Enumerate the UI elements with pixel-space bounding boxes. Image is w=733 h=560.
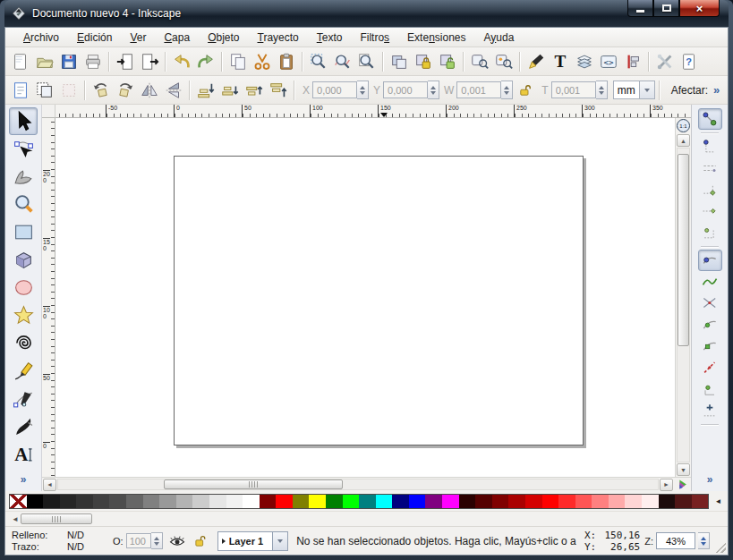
redo-button[interactable]: [193, 49, 217, 73]
layers-dialog-button[interactable]: [572, 49, 596, 73]
color-swatch[interactable]: [209, 495, 226, 508]
rotate-cw-button[interactable]: [113, 78, 137, 102]
color-managed-display-icon[interactable]: [673, 478, 691, 492]
palette-scroll-left-button[interactable]: ◄: [712, 495, 724, 507]
save-document-button[interactable]: [56, 49, 81, 73]
zoom-spinner[interactable]: [698, 532, 710, 549]
menu-item-texto[interactable]: Texto: [308, 30, 352, 46]
color-swatch[interactable]: [625, 495, 642, 508]
x-spinner[interactable]: [357, 81, 369, 99]
color-swatch[interactable]: [508, 495, 525, 508]
color-swatch[interactable]: [243, 495, 260, 508]
create-clone-button[interactable]: [411, 49, 435, 73]
menu-item-edicion[interactable]: Edición: [68, 30, 121, 46]
color-swatch[interactable]: [43, 495, 60, 508]
snap-bbox-corners-button[interactable]: [698, 179, 722, 200]
unlink-clone-button[interactable]: [435, 49, 459, 73]
window-resize-grip[interactable]: [714, 541, 726, 553]
menu-item-ver[interactable]: Ver: [121, 30, 155, 46]
text-tool-button[interactable]: A: [9, 440, 38, 468]
snap-enable-button[interactable]: [698, 108, 722, 130]
color-swatch[interactable]: [542, 495, 559, 508]
menu-item-extensiones[interactable]: Extensiones: [398, 30, 474, 46]
layer-lock-button[interactable]: [192, 531, 211, 551]
bezier-tool-button[interactable]: [9, 385, 38, 412]
vertical-scroll-track[interactable]: [677, 148, 690, 462]
color-swatch[interactable]: [126, 495, 143, 508]
close-button[interactable]: ×: [679, 0, 720, 17]
select-all-button[interactable]: [8, 78, 32, 102]
flip-horizontal-button[interactable]: [137, 78, 161, 102]
align-distribute-button[interactable]: [620, 49, 644, 73]
color-swatch[interactable]: [226, 495, 243, 508]
color-swatch[interactable]: [60, 495, 77, 508]
color-swatch[interactable]: [159, 495, 176, 508]
color-swatch[interactable]: [309, 495, 326, 508]
color-swatch[interactable]: [143, 495, 160, 508]
lock-ratio-button[interactable]: [513, 78, 537, 102]
snap-smooth-nodes-button[interactable]: [698, 335, 722, 357]
y-spinner[interactable]: [428, 81, 439, 99]
toolbar-overflow-button[interactable]: »: [713, 83, 720, 97]
opacity-input[interactable]: [126, 533, 151, 548]
raise-button[interactable]: [242, 78, 266, 102]
horizontal-ruler[interactable]: -50050100150200250300350: [55, 105, 691, 118]
snap-paths-button[interactable]: [698, 271, 722, 293]
node-editor-tool-button[interactable]: [9, 135, 38, 163]
unit-select[interactable]: mm: [613, 81, 655, 99]
new-document-button[interactable]: [8, 49, 32, 73]
snap-bbox-edges-button[interactable]: [698, 157, 722, 179]
color-swatch[interactable]: [27, 495, 44, 508]
menu-item-trayecto[interactable]: Trayecto: [249, 30, 308, 46]
color-swatch[interactable]: [659, 495, 676, 508]
color-swatch[interactable]: [425, 495, 442, 508]
color-swatch[interactable]: [575, 495, 592, 508]
find-objects-button[interactable]: [491, 49, 516, 73]
scroll-right-button[interactable]: ►: [660, 479, 673, 491]
horizontal-scrollbar[interactable]: ◄ ►: [43, 479, 673, 491]
import-button[interactable]: [113, 49, 137, 73]
text-dialog-button[interactable]: T: [548, 49, 572, 73]
color-swatch[interactable]: [442, 495, 459, 508]
deselect-button[interactable]: [56, 78, 81, 102]
snap-midpoints-button[interactable]: [698, 357, 722, 378]
preferences-button[interactable]: [652, 49, 677, 73]
x-input[interactable]: [312, 81, 357, 98]
color-swatch[interactable]: [459, 495, 476, 508]
layer-selector[interactable]: Layer 1: [217, 531, 289, 551]
canvas[interactable]: [55, 118, 675, 477]
copy-button[interactable]: [226, 49, 250, 73]
snap-nodes-button[interactable]: [698, 250, 722, 271]
fill-stroke-dialog-button[interactable]: [524, 49, 548, 73]
maximize-button[interactable]: [653, 0, 679, 17]
duplicate-button[interactable]: [387, 49, 411, 73]
flip-vertical-button[interactable]: [161, 78, 185, 102]
zoom-drawing-button[interactable]: [330, 49, 354, 73]
layer-dropdown-button[interactable]: [272, 532, 287, 550]
scroll-down-button[interactable]: ▼: [677, 463, 690, 476]
color-swatch[interactable]: [592, 495, 609, 508]
width-spinner[interactable]: [501, 81, 513, 99]
tweak-tool-button[interactable]: [9, 163, 38, 191]
calligraphy-tool-button[interactable]: [9, 412, 38, 440]
menu-item-capa[interactable]: Capa: [155, 30, 199, 46]
print-button[interactable]: [81, 49, 105, 73]
snap-rotation-centers-button[interactable]: [698, 400, 722, 421]
color-swatch[interactable]: [109, 495, 126, 508]
snap-bbox-midpoints-button[interactable]: [698, 200, 722, 222]
color-swatch[interactable]: [642, 495, 659, 508]
zoom-page-button[interactable]: [354, 49, 379, 73]
pencil-tool-button[interactable]: [9, 357, 38, 385]
color-swatch[interactable]: [558, 495, 575, 508]
snap-intersections-button[interactable]: [698, 293, 722, 314]
lower-button[interactable]: [217, 78, 242, 102]
menu-item-objeto[interactable]: Objeto: [199, 30, 248, 46]
color-swatch[interactable]: [359, 495, 376, 508]
undo-button[interactable]: [169, 49, 193, 73]
color-swatch[interactable]: [93, 495, 110, 508]
select-original-button[interactable]: [467, 49, 491, 73]
minimize-button[interactable]: [627, 0, 653, 17]
color-swatch[interactable]: [326, 495, 343, 508]
height-spinner[interactable]: [596, 81, 608, 99]
box3d-tool-button[interactable]: [9, 246, 38, 274]
